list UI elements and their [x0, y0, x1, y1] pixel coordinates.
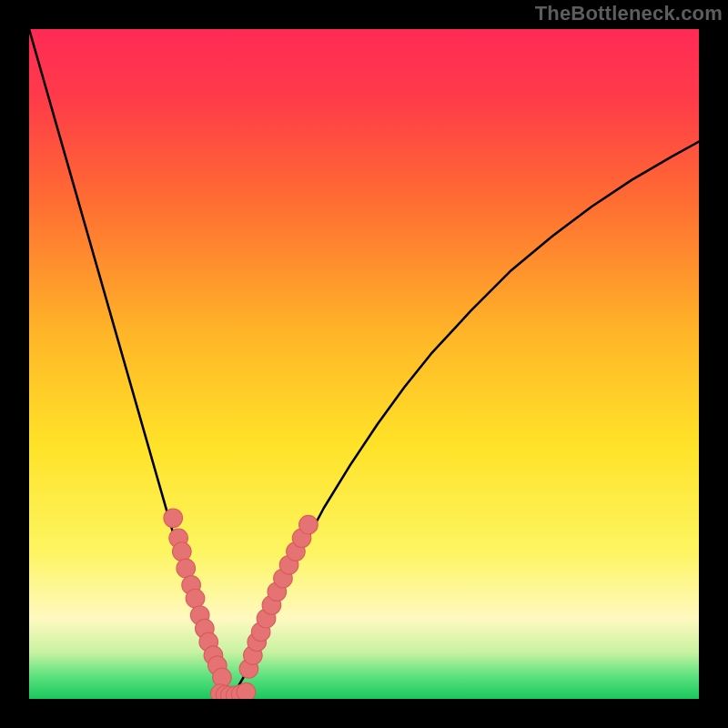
data-dot — [177, 559, 196, 578]
data-dot — [299, 515, 318, 534]
data-dot — [237, 682, 256, 699]
gradient-background — [29, 29, 699, 699]
data-dot — [173, 542, 192, 561]
plot-area — [29, 29, 699, 699]
data-dot — [186, 589, 205, 608]
data-dot — [164, 509, 183, 528]
outer-frame: TheBottleneck.com — [0, 0, 728, 728]
watermark-text: TheBottleneck.com — [535, 2, 723, 25]
chart-svg — [29, 29, 699, 699]
